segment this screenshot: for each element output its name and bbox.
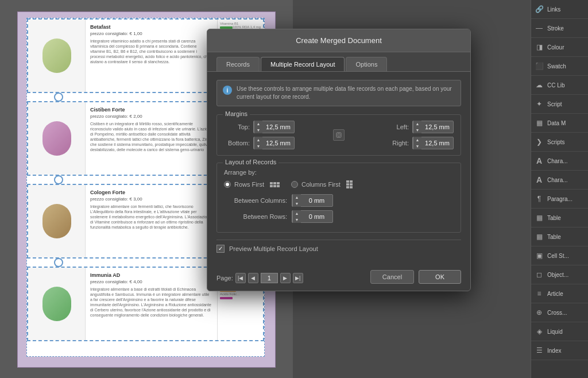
margin-left-spinner[interactable]: ▲ ▼ 12,5 mm	[412, 121, 454, 133]
panel-item-cell-st[interactable]: ▣ Cell St...	[531, 246, 588, 265]
margins-link-icon[interactable]	[333, 129, 345, 141]
index-icon: ☰	[535, 346, 544, 355]
margin-left: Left: ▲ ▼ 12,5 mm	[383, 121, 454, 133]
margin-right-down[interactable]: ▼	[413, 143, 421, 149]
between-columns-label: Between Columns:	[224, 197, 287, 204]
script-icon: ✦	[535, 99, 544, 109]
info-text: Use these controls to arrange multiple d…	[237, 85, 455, 101]
panel-item-index[interactable]: ☰ Index	[531, 341, 588, 360]
between-rows-up[interactable]: ▲	[293, 210, 301, 217]
product-desc-3: Integratore alimentare con fermenti latt…	[90, 204, 212, 230]
between-rows-down[interactable]: ▼	[293, 217, 301, 223]
panel-label-swatch: Swatch	[547, 63, 566, 70]
panel-label-script: Script	[547, 101, 562, 107]
panel-item-table2[interactable]: ▦ Table	[531, 227, 588, 246]
margin-right-spinner[interactable]: ▲ ▼ 12,5 mm	[412, 137, 454, 149]
tab-multiple-record[interactable]: Multiple Record Layout	[261, 57, 345, 71]
info-box: i Use these controls to arrange multiple…	[216, 80, 461, 106]
margins-section-title: Margins	[223, 110, 250, 117]
product-pill-4	[42, 287, 71, 321]
product-img-1	[28, 20, 86, 92]
margin-top-up[interactable]: ▲	[254, 121, 262, 127]
panel-label-article: Article	[547, 291, 563, 297]
margin-bottom-value: 12,5 mm	[262, 140, 294, 146]
product-pill-3	[42, 204, 71, 238]
product-price-3: prezzo consigliato: € 3,00	[90, 196, 212, 202]
preview-label: Preview Multiple Record Layout	[229, 245, 318, 252]
panel-item-paragraph[interactable]: ¶ Paragra...	[531, 190, 588, 209]
product-img-3	[28, 185, 86, 257]
layout-section-title: Layout of Records	[223, 159, 278, 165]
page-next-btn[interactable]: ▶	[280, 273, 291, 283]
spacing-between-rows: Between Rows: ▲ ▼ 0 mm	[224, 210, 454, 223]
panel-item-colour[interactable]: ◨ Colour	[531, 38, 588, 57]
panel-item-stroke[interactable]: — Stroke	[531, 19, 588, 38]
page-last-btn[interactable]: ▶|	[293, 273, 303, 283]
rows-first-radio[interactable]: Rows First	[224, 181, 280, 188]
between-columns-btns: ▲ ▼	[292, 194, 301, 207]
page-input[interactable]: 1	[261, 273, 278, 283]
chara-icon: A	[535, 156, 544, 165]
panel-item-cross[interactable]: ⊕ Cross...	[531, 303, 588, 322]
between-columns-value: 0 mm	[301, 197, 332, 204]
panel-item-script[interactable]: ✦ Script	[531, 95, 588, 114]
product-price-1: prezzo consigliato: € 1,00	[90, 31, 212, 36]
between-rows-spinner[interactable]: ▲ ▼ 0 mm	[292, 210, 333, 223]
page-first-btn[interactable]: |◀	[235, 273, 246, 283]
colour-icon: ◨	[535, 43, 544, 52]
page-prev-btn[interactable]: ◀	[248, 273, 258, 283]
panel-label-paragraph: Paragra...	[547, 196, 572, 202]
links-icon: 🔗	[535, 5, 544, 14]
panel-item-cc-lib[interactable]: ☁ CC Lib	[531, 76, 588, 95]
columns-first-radio[interactable]: Columns First	[291, 180, 353, 188]
tab-options[interactable]: Options	[346, 57, 387, 71]
product-pill-2	[42, 121, 71, 156]
panel-label-cell-st: Cell St...	[547, 253, 569, 259]
between-cols-down[interactable]: ▼	[293, 200, 301, 207]
product-desc-4: Integratore alimentare a base di estratt…	[90, 287, 212, 318]
between-cols-up[interactable]: ▲	[293, 194, 301, 200]
ok-button[interactable]: OK	[419, 270, 461, 284]
panel-item-chara2[interactable]: A Chara...	[531, 171, 588, 190]
panel-item-links[interactable]: 🔗 Links	[531, 0, 588, 19]
margins-right-group: Left: ▲ ▼ 12,5 mm Right:	[383, 121, 454, 149]
panel-label-stroke: Stroke	[547, 25, 564, 32]
layout-section: Layout of Records Arrange by: Rows First…	[216, 163, 461, 233]
panel-item-liquid[interactable]: ◈ Liquid	[531, 322, 588, 341]
margin-top-label: Top:	[224, 124, 250, 130]
margin-bottom-spinner[interactable]: ▲ ▼ 12,5 mm	[253, 137, 295, 149]
margin-bottom-up[interactable]: ▲	[254, 137, 262, 143]
margin-top-down[interactable]: ▼	[254, 127, 262, 133]
scripts2-icon: ❯	[535, 137, 544, 146]
panel-label-liquid: Liquid	[547, 329, 563, 335]
chara2-icon: A	[535, 175, 544, 184]
margin-left-down[interactable]: ▼	[413, 127, 421, 133]
panel-item-chara[interactable]: A Chara...	[531, 152, 588, 171]
dialog-title: Create Merged Document	[207, 29, 470, 52]
page-label: Page:	[216, 275, 233, 281]
between-columns-spinner[interactable]: ▲ ▼ 0 mm	[292, 194, 333, 207]
margin-top-spinner[interactable]: ▲ ▼ 12,5 mm	[253, 121, 295, 133]
margin-top-spinner-btns: ▲ ▼	[254, 121, 262, 133]
panel-item-data-m[interactable]: ▦ Data M	[531, 114, 588, 133]
panel-item-object[interactable]: ◻ Object...	[531, 265, 588, 284]
product-name-2: Cistiben Forte	[90, 107, 212, 113]
margin-right-up[interactable]: ▲	[413, 137, 421, 143]
panel-item-article[interactable]: ≡ Article	[531, 284, 588, 303]
tab-records[interactable]: Records	[216, 57, 260, 71]
margin-top-value: 12,5 mm	[262, 124, 294, 130]
cancel-button[interactable]: Cancel	[370, 270, 414, 284]
checkmark-icon: ✓	[218, 246, 223, 252]
product-text-1: Betafast prezzo consigliato: € 1,00 Inte…	[86, 20, 217, 92]
dialog-footer: Page: |◀ ◀ 1 ▶ ▶| Cancel OK	[207, 265, 470, 291]
panel-item-table1[interactable]: ▦ Table	[531, 209, 588, 227]
liquid-icon: ◈	[535, 327, 544, 336]
panel-item-scripts2[interactable]: ❯ Scripts	[531, 133, 588, 152]
rows-first-icon	[270, 182, 280, 187]
panel-item-swatch[interactable]: ⬛ Swatch	[531, 57, 588, 76]
margin-left-up[interactable]: ▲	[413, 121, 421, 127]
margin-bottom-down[interactable]: ▼	[254, 143, 262, 149]
preview-checkbox[interactable]: ✓	[216, 245, 225, 253]
margin-left-label: Left:	[383, 124, 409, 130]
panel-label-table1: Table	[547, 215, 561, 221]
